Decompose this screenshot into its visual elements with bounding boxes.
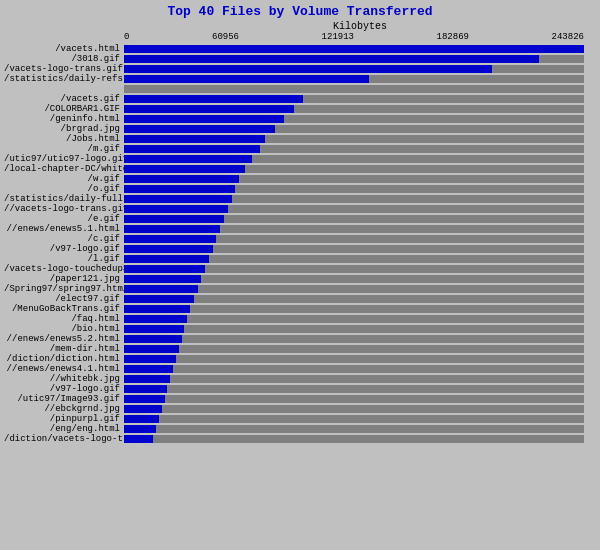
bar-fill (124, 335, 182, 343)
bar-fill (124, 395, 165, 403)
axis-unit-label: Kilobytes (124, 21, 596, 32)
bar-row: /w.gif (4, 174, 596, 183)
bar-row: /vacets-logo-trans.gif (4, 64, 596, 73)
bar-row: /m.gif (4, 144, 596, 153)
bar-label: /o.gif (4, 184, 124, 194)
bar-label: /mem-dir.html (4, 344, 124, 354)
axis-ticks-row: 060956121913182869243826 (124, 32, 596, 42)
bar-fill (124, 435, 153, 443)
bar-track (124, 405, 584, 413)
bar-row: /statistics/daily-refs.html (4, 74, 596, 83)
bar-fill (124, 255, 209, 263)
bar-label: /faq.html (4, 314, 124, 324)
bar-track (124, 195, 584, 203)
bar-fill (124, 125, 275, 133)
bar-row: /pinpurpl.gif (4, 414, 596, 423)
bar-fill (124, 175, 239, 183)
bar-track (124, 345, 584, 353)
bar-track (124, 335, 584, 343)
bar-fill (124, 355, 176, 363)
bar-label: /brgrad.jpg (4, 124, 124, 134)
bar-fill (124, 315, 187, 323)
bar-row: /mem-dir.html (4, 344, 596, 353)
bar-track (124, 315, 584, 323)
bar-label: /paper121.jpg (4, 274, 124, 284)
bar-track (124, 435, 584, 443)
bar-track (124, 65, 584, 73)
bar-label: /e.gif (4, 214, 124, 224)
bar-label: //whitebk.jpg (4, 374, 124, 384)
bar-track (124, 285, 584, 293)
bar-label: /geninfo.html (4, 114, 124, 124)
bar-fill (124, 135, 265, 143)
bar-fill (124, 295, 194, 303)
bar-label: /m.gif (4, 144, 124, 154)
bar-track (124, 355, 584, 363)
bar-label: /local-chapter-DC/white_house_home.gif (4, 164, 124, 174)
bar-row: /o.gif (4, 184, 596, 193)
bar-row: /vacets.html (4, 44, 596, 53)
bar-row: /l.gif (4, 254, 596, 263)
bar-track (124, 425, 584, 433)
bar-chart: /vacets.html/3018.gif/vacets-logo-trans.… (4, 44, 596, 443)
bar-fill (124, 415, 159, 423)
bar-fill (124, 385, 167, 393)
bar-label: /Spring97/spring97.html (4, 284, 124, 294)
bar-track (124, 215, 584, 223)
bar-row (4, 84, 596, 93)
bar-track (124, 185, 584, 193)
bar-fill (124, 155, 252, 163)
bar-track (124, 295, 584, 303)
bar-row: /geninfo.html (4, 114, 596, 123)
bar-label: /c.gif (4, 234, 124, 244)
bar-row: /vacets.gif (4, 94, 596, 103)
axis-tick-3: 182869 (437, 32, 469, 42)
bar-row: /paper121.jpg (4, 274, 596, 283)
axis-tick-1: 60956 (212, 32, 239, 42)
bar-label: /vacets-logo-touchedup3_0.gif (4, 264, 124, 274)
bar-label: /vacets.html (4, 44, 124, 54)
bar-track (124, 135, 584, 143)
bar-track (124, 45, 584, 53)
bar-fill (124, 285, 198, 293)
bar-row: /brgrad.jpg (4, 124, 596, 133)
bar-track (124, 275, 584, 283)
bar-row: //whitebk.jpg (4, 374, 596, 383)
bar-track (124, 165, 584, 173)
bar-track (124, 55, 584, 63)
bar-track (124, 305, 584, 313)
bar-track (124, 385, 584, 393)
bar-row: /faq.html (4, 314, 596, 323)
bar-fill (124, 145, 260, 153)
bar-track (124, 255, 584, 263)
bar-row: /Jobs.html (4, 134, 596, 143)
bar-fill (124, 375, 170, 383)
bar-label: /diction/diction.html (4, 354, 124, 364)
bar-fill (124, 65, 492, 73)
bar-track (124, 415, 584, 423)
bar-track (124, 225, 584, 233)
bar-row: /v97-logo.gif (4, 244, 596, 253)
bar-label: /utic97/utic97-logo.gif (4, 154, 124, 164)
bar-fill (124, 235, 216, 243)
bar-label: /v97-logo.gif (4, 244, 124, 254)
bar-row: //enews/enews5.1.html (4, 224, 596, 233)
bar-fill (124, 165, 245, 173)
bar-track (124, 365, 584, 373)
bar-row: /e.gif (4, 214, 596, 223)
bar-row: //ebckgrnd.jpg (4, 404, 596, 413)
bar-track (124, 205, 584, 213)
bar-row: /MenuGoBackTrans.gif (4, 304, 596, 313)
bar-row: /utic97/utic97-logo.gif (4, 154, 596, 163)
bar-label: /eng/eng.html (4, 424, 124, 434)
bar-fill (124, 45, 584, 53)
bar-fill (124, 205, 228, 213)
bar-row: //enews/enews4.1.html (4, 364, 596, 373)
bar-label: /MenuGoBackTrans.gif (4, 304, 124, 314)
bar-track (124, 325, 584, 333)
bar-label: /pinpurpl.gif (4, 414, 124, 424)
bar-fill (124, 405, 162, 413)
bar-track (124, 85, 584, 93)
bar-track (124, 265, 584, 273)
bar-row: /utic97/Image93.gif (4, 394, 596, 403)
